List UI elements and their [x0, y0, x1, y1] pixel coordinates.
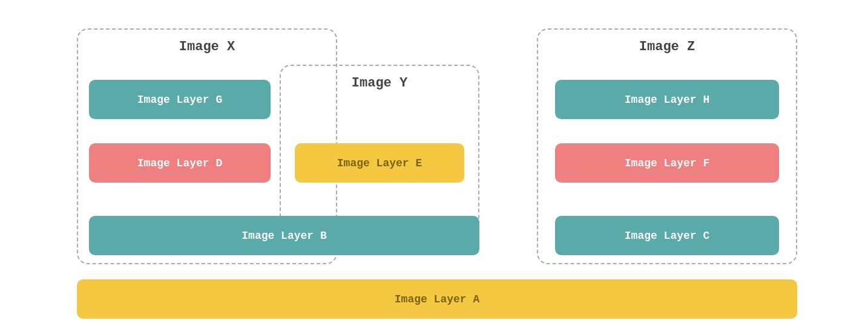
layer-f-label: Image Layer F [625, 157, 709, 169]
image-y-title: Image Y [281, 76, 478, 91]
layer-a-pill: Image Layer A [77, 279, 797, 319]
layer-b-label: Image Layer B [242, 230, 326, 242]
layer-h-label: Image Layer H [625, 94, 709, 106]
layer-d-label: Image Layer D [137, 157, 222, 169]
layer-c-pill: Image Layer C [555, 216, 779, 255]
layer-d-pill: Image Layer D [89, 143, 271, 183]
layer-f-pill: Image Layer F [555, 143, 779, 183]
layer-g-pill: Image Layer G [89, 80, 271, 119]
layer-g-label: Image Layer G [137, 94, 222, 106]
layer-b-pill: Image Layer B [89, 216, 479, 255]
layer-e-pill: Image Layer E [295, 143, 464, 183]
image-z-title: Image Z [538, 39, 796, 54]
layer-e-label: Image Layer E [337, 157, 422, 169]
image-x-title: Image X [78, 39, 336, 54]
layer-h-pill: Image Layer H [555, 80, 779, 119]
layer-c-label: Image Layer C [625, 230, 709, 242]
layer-a-label: Image Layer A [395, 293, 479, 305]
diagram-canvas: Image X Image Y Image Z Image Layer G Im… [41, 16, 827, 319]
